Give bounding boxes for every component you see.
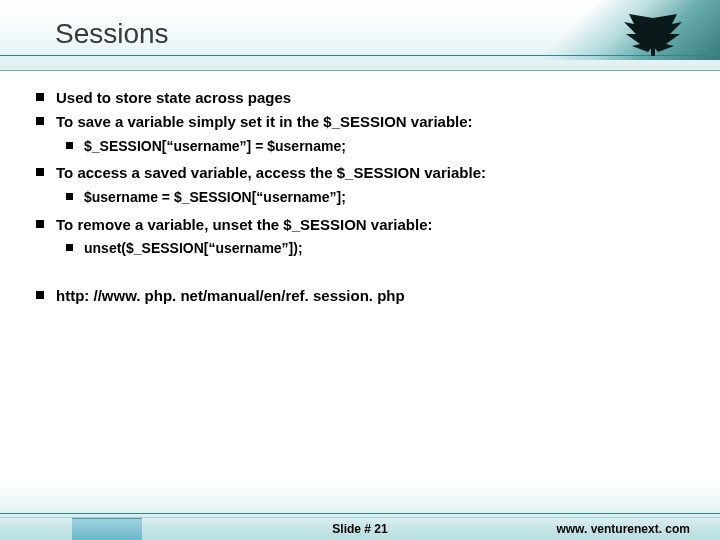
list-item: To save a variable simply set it in the … bbox=[28, 112, 692, 132]
list-item: Used to store state across pages bbox=[28, 88, 692, 108]
page-title: Sessions bbox=[55, 18, 169, 50]
header-rule bbox=[0, 55, 720, 56]
footer-rule bbox=[0, 513, 720, 514]
site-url: www. venturenext. com bbox=[556, 522, 690, 536]
list-item-sub: $_SESSION[“username”] = $username; bbox=[28, 137, 692, 156]
list-item-sub: $username = $_SESSION[“username”]; bbox=[28, 188, 692, 207]
bullet-list-2: http: //www. php. net/manual/en/ref. ses… bbox=[28, 286, 692, 306]
svg-point-0 bbox=[648, 31, 658, 41]
bullet-list: Used to store state across pages To save… bbox=[28, 88, 692, 258]
slide: Sessions Used to store state across page… bbox=[0, 0, 720, 540]
content-area: Used to store state across pages To save… bbox=[28, 88, 692, 310]
svg-rect-1 bbox=[651, 42, 655, 56]
list-item: To access a saved variable, access the $… bbox=[28, 163, 692, 183]
spacer bbox=[28, 266, 692, 286]
eagle-logo-icon bbox=[622, 12, 684, 64]
list-item: To remove a variable, unset the $_SESSIO… bbox=[28, 215, 692, 235]
header-rule-2 bbox=[0, 70, 720, 71]
list-item-sub: unset($_SESSION[“username”]); bbox=[28, 239, 692, 258]
list-item-link: http: //www. php. net/manual/en/ref. ses… bbox=[28, 286, 692, 306]
